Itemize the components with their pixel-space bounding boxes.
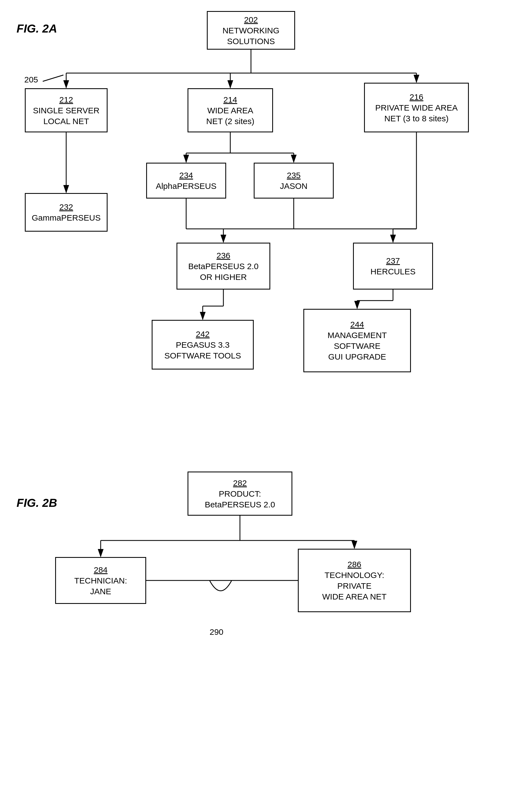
node-242-number: 242 [196,329,210,339]
node-216-text: PRIVATE WIDE AREANET (3 to 8 sites) [375,102,458,124]
node-232-text: GammaPERSEUS [32,212,101,223]
node-284-number: 284 [94,565,108,575]
node-234: 234 AlphaPERSEUS [146,163,226,198]
ref-290: 290 [210,628,224,637]
node-234-text: AlphaPERSEUS [156,180,216,191]
node-202-number: 202 [244,14,258,25]
node-282: 282 PRODUCT:BetaPERSEUS 2.0 [188,471,292,516]
node-236: 236 BetaPERSEUS 2.0OR HIGHER [176,243,270,290]
node-244-number: 244 [350,319,364,330]
node-214: 214 WIDE AREANET (2 sites) [188,88,273,132]
node-216: 216 PRIVATE WIDE AREANET (3 to 8 sites) [364,83,469,132]
node-212-number: 212 [59,94,73,105]
node-236-number: 236 [216,250,230,261]
node-244: 244 MANAGEMENTSOFTWAREGUI UPGRADE [303,309,411,372]
fig-2b-label: FIG. 2B [17,496,57,510]
node-235: 235 JASON [254,163,334,198]
node-237: 237 HERCULES [353,243,433,290]
node-286: 286 TECHNOLOGY:PRIVATEWIDE AREA NET [298,549,411,612]
node-236-text: BetaPERSEUS 2.0OR HIGHER [188,261,258,282]
node-212-text: SINGLE SERVERLOCAL NET [33,105,99,127]
node-244-text: MANAGEMENTSOFTWAREGUI UPGRADE [327,330,387,362]
node-216-number: 216 [409,91,423,102]
node-235-number: 235 [287,170,301,180]
fig-2a-label: FIG. 2A [17,22,57,35]
node-202-text: NETWORKINGSOLUTIONS [222,25,280,47]
node-237-text: HERCULES [370,266,416,277]
svg-line-6 [43,75,63,81]
node-282-text: PRODUCT:BetaPERSEUS 2.0 [205,488,275,510]
node-286-number: 286 [347,559,361,570]
node-202: 202 NETWORKINGSOLUTIONS [207,11,295,50]
node-284-text: TECHNICIAN:JANE [74,575,127,597]
node-234-number: 234 [179,170,193,180]
node-232: 232 GammaPERSEUS [25,193,108,232]
node-282-number: 282 [233,477,247,488]
node-242-text: PEGASUS 3.3SOFTWARE TOOLS [164,339,241,361]
node-284: 284 TECHNICIAN:JANE [55,557,146,604]
node-242: 242 PEGASUS 3.3SOFTWARE TOOLS [152,320,254,369]
node-286-text: TECHNOLOGY:PRIVATEWIDE AREA NET [322,570,386,602]
ref-205: 205 [24,75,38,84]
node-214-text: WIDE AREANET (2 sites) [206,105,254,127]
diagram-container: FIG. 2A 205 202 NETWORKINGSOLUTIONS 212 … [0,0,532,787]
node-212: 212 SINGLE SERVERLOCAL NET [25,88,108,132]
node-232-number: 232 [59,201,73,212]
node-214-number: 214 [224,94,237,105]
node-235-text: JASON [280,180,307,191]
node-237-number: 237 [386,255,400,266]
